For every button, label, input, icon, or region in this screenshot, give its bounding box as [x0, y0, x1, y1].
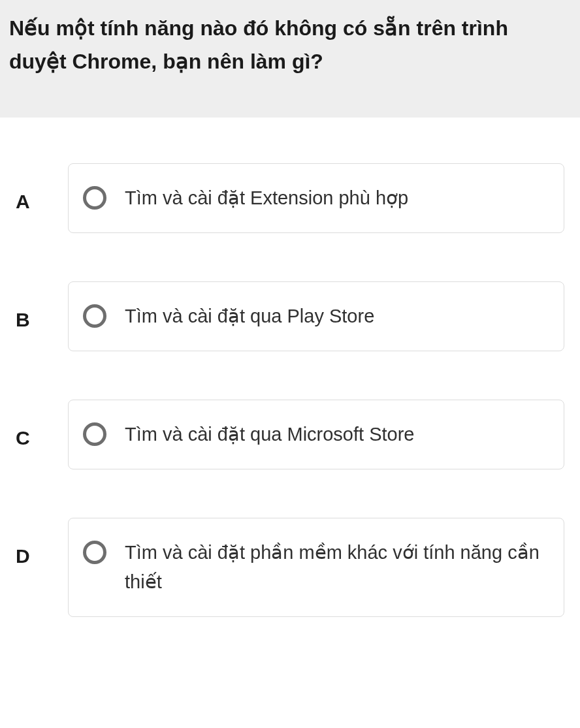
answer-option-c[interactable]: Tìm và cài đặt qua Microsoft Store	[68, 400, 564, 469]
answer-text: Tìm và cài đặt qua Play Store	[125, 302, 374, 331]
answer-letter: D	[16, 518, 68, 567]
answer-letter: C	[16, 400, 68, 449]
answer-text: Tìm và cài đặt qua Microsoft Store	[125, 420, 414, 449]
answer-option-d[interactable]: Tìm và cài đặt phần mềm khác với tính nă…	[68, 518, 564, 617]
answer-row-d: D Tìm và cài đặt phần mềm khác với tính …	[16, 518, 564, 617]
answer-letter: A	[16, 163, 68, 213]
radio-icon	[83, 541, 106, 564]
radio-icon	[83, 186, 106, 210]
answer-option-b[interactable]: Tìm và cài đặt qua Play Store	[68, 281, 564, 351]
question-text: Nếu một tính năng nào đó không có sẵn tr…	[9, 12, 571, 78]
answer-text: Tìm và cài đặt Extension phù hợp	[125, 183, 408, 213]
answers-container: A Tìm và cài đặt Extension phù hợp B Tìm…	[0, 118, 580, 617]
answer-row-c: C Tìm và cài đặt qua Microsoft Store	[16, 400, 564, 469]
answer-text: Tìm và cài đặt phần mềm khác với tính nă…	[125, 538, 548, 597]
answer-letter: B	[16, 281, 68, 331]
answer-option-a[interactable]: Tìm và cài đặt Extension phù hợp	[68, 163, 564, 233]
radio-icon	[83, 304, 106, 328]
question-header: Nếu một tính năng nào đó không có sẵn tr…	[0, 0, 580, 118]
answer-row-b: B Tìm và cài đặt qua Play Store	[16, 281, 564, 351]
answer-row-a: A Tìm và cài đặt Extension phù hợp	[16, 163, 564, 233]
radio-icon	[83, 422, 106, 446]
